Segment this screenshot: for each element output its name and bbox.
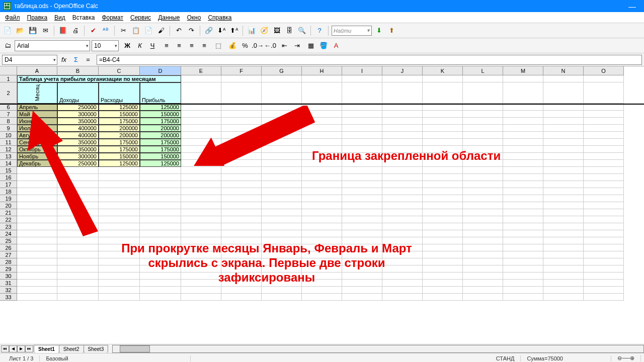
cell[interactable] bbox=[543, 216, 584, 223]
cell[interactable] bbox=[99, 273, 140, 280]
cell[interactable] bbox=[503, 258, 543, 265]
cell[interactable] bbox=[221, 216, 262, 223]
cell[interactable] bbox=[342, 237, 382, 244]
cell[interactable] bbox=[302, 223, 342, 230]
bold-icon[interactable]: Ж bbox=[122, 40, 133, 51]
cell[interactable] bbox=[262, 174, 302, 181]
cell[interactable] bbox=[584, 188, 624, 195]
cell[interactable] bbox=[181, 181, 221, 188]
column-header[interactable]: L bbox=[463, 66, 503, 75]
cell[interactable] bbox=[543, 188, 584, 195]
row-header[interactable]: 25 bbox=[0, 237, 17, 244]
cell[interactable] bbox=[382, 223, 423, 230]
cell[interactable] bbox=[503, 160, 543, 167]
cell[interactable] bbox=[99, 294, 140, 301]
cell[interactable] bbox=[503, 195, 543, 202]
font-name-combo[interactable]: Arial▾ bbox=[15, 40, 90, 51]
cell[interactable] bbox=[584, 258, 624, 265]
cell[interactable] bbox=[382, 167, 423, 174]
row-header[interactable]: 2 bbox=[0, 82, 17, 104]
cell[interactable] bbox=[382, 280, 423, 287]
cell[interactable] bbox=[181, 230, 221, 237]
cell[interactable] bbox=[181, 167, 221, 174]
font-size-combo[interactable]: 10▾ bbox=[92, 40, 119, 51]
cell[interactable] bbox=[262, 251, 302, 258]
cell[interactable] bbox=[584, 111, 624, 118]
cell[interactable] bbox=[17, 273, 57, 280]
menu-edit[interactable]: Правка bbox=[24, 13, 51, 22]
cell[interactable] bbox=[423, 280, 463, 287]
cell[interactable] bbox=[584, 125, 624, 132]
cell[interactable] bbox=[463, 146, 503, 153]
row-header[interactable]: 33 bbox=[0, 294, 17, 301]
cell[interactable] bbox=[382, 230, 423, 237]
cell[interactable] bbox=[140, 181, 181, 188]
cell[interactable] bbox=[262, 287, 302, 294]
cell[interactable] bbox=[543, 132, 584, 139]
sheet-tab-3[interactable]: Sheet3 bbox=[84, 345, 109, 353]
cell[interactable] bbox=[382, 125, 423, 132]
cell[interactable] bbox=[221, 188, 262, 195]
cell[interactable] bbox=[423, 139, 463, 146]
cell[interactable] bbox=[181, 258, 221, 265]
cell[interactable]: Расходы bbox=[99, 82, 140, 104]
cell[interactable] bbox=[423, 258, 463, 265]
cell[interactable] bbox=[342, 104, 382, 111]
cell[interactable] bbox=[423, 75, 463, 82]
cell[interactable] bbox=[423, 167, 463, 174]
menu-insert[interactable]: Вставка bbox=[69, 13, 98, 22]
cell[interactable] bbox=[584, 146, 624, 153]
cell[interactable] bbox=[463, 181, 503, 188]
bgcolor-icon[interactable]: 🪣 bbox=[318, 40, 329, 51]
cell[interactable] bbox=[543, 146, 584, 153]
cell[interactable] bbox=[382, 181, 423, 188]
row-header[interactable]: 18 bbox=[0, 188, 17, 195]
cell[interactable] bbox=[221, 237, 262, 244]
zoom-icon[interactable]: 🔍 bbox=[296, 25, 307, 36]
select-all-corner[interactable] bbox=[0, 66, 17, 75]
cut-icon[interactable]: ✂ bbox=[118, 25, 129, 36]
chart-icon[interactable]: 📊 bbox=[246, 25, 257, 36]
cell[interactable] bbox=[302, 75, 342, 82]
row-header[interactable]: 23 bbox=[0, 223, 17, 230]
cell[interactable] bbox=[463, 244, 503, 251]
cell[interactable] bbox=[423, 237, 463, 244]
cell[interactable] bbox=[503, 273, 543, 280]
cell[interactable]: Месяц bbox=[17, 82, 57, 104]
cell[interactable] bbox=[503, 75, 543, 82]
cell[interactable] bbox=[463, 118, 503, 125]
tab-next-icon[interactable]: ▶ bbox=[17, 345, 25, 352]
cell[interactable] bbox=[262, 258, 302, 265]
cell[interactable] bbox=[503, 202, 543, 209]
datasources-icon[interactable]: 🗄 bbox=[284, 25, 295, 36]
cell[interactable] bbox=[99, 251, 140, 258]
cell[interactable] bbox=[342, 153, 382, 160]
cell[interactable] bbox=[584, 223, 624, 230]
decrease-indent-icon[interactable]: ⇤ bbox=[279, 40, 290, 51]
cell[interactable] bbox=[543, 75, 584, 82]
cell[interactable] bbox=[140, 167, 181, 174]
cell[interactable] bbox=[342, 139, 382, 146]
sheet-tab-2[interactable]: Sheet2 bbox=[59, 345, 84, 353]
row-header[interactable]: 22 bbox=[0, 216, 17, 223]
cell[interactable] bbox=[503, 139, 543, 146]
cell[interactable] bbox=[17, 251, 57, 258]
cell[interactable] bbox=[382, 139, 423, 146]
cell[interactable] bbox=[423, 174, 463, 181]
cell[interactable] bbox=[262, 265, 302, 273]
cell[interactable] bbox=[342, 160, 382, 167]
cell[interactable] bbox=[463, 75, 503, 82]
cell[interactable] bbox=[302, 216, 342, 223]
cell[interactable] bbox=[382, 132, 423, 139]
menu-help[interactable]: Справка bbox=[205, 13, 234, 22]
remove-decimal-icon[interactable]: ←.0 bbox=[265, 40, 276, 51]
cell[interactable] bbox=[543, 160, 584, 167]
cell[interactable]: 200000 bbox=[140, 132, 181, 139]
row-header[interactable]: 9 bbox=[0, 125, 17, 132]
cell[interactable] bbox=[423, 111, 463, 118]
cell[interactable] bbox=[463, 273, 503, 280]
column-header[interactable]: K bbox=[423, 66, 463, 75]
cell[interactable] bbox=[221, 174, 262, 181]
tab-last-icon[interactable]: ⏭ bbox=[25, 345, 33, 352]
column-header[interactable]: M bbox=[503, 66, 543, 75]
